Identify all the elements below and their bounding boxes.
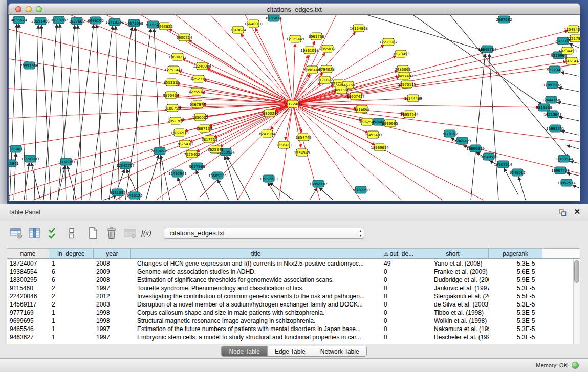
float-panel-icon[interactable] [559, 209, 567, 216]
graph-node[interactable]: 8969965 [382, 120, 398, 127]
graph-node[interactable]: 7485063 [395, 65, 410, 73]
graph-node[interactable]: 8135074 [266, 15, 282, 21]
table-row[interactable]: 977716911998Corpus callosum shape and si… [7, 309, 573, 317]
graph-node[interactable]: 13461473 [562, 57, 580, 64]
select-all-check-button[interactable] [46, 227, 60, 240]
column-header-short[interactable]: short [417, 249, 489, 258]
graph-node[interactable]: 7625418 [177, 140, 192, 147]
graph-node[interactable]: 10940525 [480, 153, 498, 160]
graph-node[interactable]: 1534545 [294, 149, 310, 156]
graph-node[interactable]: 10653287 [50, 16, 68, 24]
graph-node[interactable]: 4035574 [11, 16, 27, 24]
graph-node[interactable]: 1527602 [69, 17, 84, 25]
network-graph-svg[interactable]: 4035574206914061065328715276026466100107… [9, 15, 580, 201]
graph-node[interactable]: 10719138 [105, 18, 124, 26]
unselect-squares-button[interactable] [64, 227, 78, 240]
graph-node[interactable]: 11451941 [168, 170, 187, 177]
show-columns-button[interactable] [28, 227, 41, 240]
graph-node[interactable]: 16648784 [478, 46, 496, 53]
graph-node[interactable]: 18969654 [371, 144, 389, 151]
graph-node[interactable]: 18957564 [400, 111, 419, 118]
close-panel-icon[interactable]: ✕ [574, 207, 580, 216]
table-row[interactable]: 969969511998Structural magnetic resonanc… [7, 317, 573, 325]
column-header-pagerank[interactable]: pagerank [489, 249, 542, 258]
graph-node[interactable]: 15026918 [170, 129, 189, 136]
vertical-scrollbar[interactable] [573, 259, 580, 344]
graph-node[interactable]: 2051761 [167, 117, 183, 124]
table-row[interactable]: 946554611997Estimation of the future num… [7, 325, 573, 333]
graph-node[interactable]: 2687682 [496, 16, 512, 23]
graph-node[interactable]: 9450122 [126, 192, 142, 199]
delete-trash-button[interactable] [104, 227, 118, 240]
graph-node[interactable]: 8215958 [536, 104, 552, 111]
graph-node[interactable]: 16782750 [352, 186, 370, 193]
graph-node[interactable]: 1854745 [295, 134, 311, 141]
graph-node[interactable]: 12103514 [494, 161, 512, 168]
tab-network-table[interactable]: Network Table [313, 346, 366, 356]
column-header-name[interactable]: name [7, 249, 49, 258]
table-row[interactable]: 1938455462009Genome-wide association stu… [7, 268, 573, 276]
graph-node[interactable]: 10973493 [391, 50, 410, 57]
graph-node[interactable]: 8241984 [259, 130, 275, 137]
graph-node[interactable]: 20206576 [150, 147, 169, 155]
graph-node[interactable]: 6466100 [88, 17, 103, 24]
graph-node[interactable]: 10497493 [395, 72, 413, 79]
network-canvas[interactable]: 4035574206914061065328715276026466100107… [9, 15, 580, 201]
scrollbar-thumb[interactable] [574, 260, 579, 283]
graph-node[interactable]: 8533514 [163, 79, 180, 86]
table-row[interactable]: 1872400712008Changes of HCN gene express… [7, 259, 573, 268]
graph-node[interactable]: 7817713 [201, 136, 217, 143]
graph-node[interactable]: 3186758 [164, 104, 180, 112]
graph-node[interactable]: 8151095 [110, 189, 125, 196]
graph-node[interactable]: 3915941 [9, 160, 19, 167]
graph-node[interactable]: 7955812 [319, 45, 335, 52]
graph-node[interactable]: 1258411 [276, 141, 292, 148]
graph-node[interactable]: 11548408 [564, 26, 580, 33]
graph-node[interactable]: 9600214 [176, 34, 192, 41]
table-selector-dropdown[interactable]: citations_edges.txt ▴▾ [164, 228, 364, 239]
function-builder-button[interactable]: f(x) [141, 227, 153, 240]
graph-node[interactable]: 7625341 [207, 146, 223, 153]
graph-node[interactable]: 12342757 [116, 162, 135, 169]
graph-node[interactable]: 12213967 [379, 38, 398, 46]
memory-ok-indicator-icon[interactable] [572, 362, 579, 369]
table-row[interactable]: 2242004622012Investigating the contribut… [7, 292, 573, 300]
graph-node[interactable]: 11607427 [346, 93, 365, 100]
column-header-year[interactable]: year [94, 249, 131, 258]
graph-node[interactable]: 11544469 [404, 95, 422, 102]
graph-node[interactable]: 4275512 [188, 88, 204, 95]
graph-node[interactable]: 12751441 [164, 66, 183, 73]
table-row[interactable]: 1830029562008Estimation of significance … [7, 276, 573, 284]
table-options-button[interactable] [9, 227, 23, 240]
graph-node[interactable]: 3216067 [354, 105, 369, 113]
graph-node[interactable]: 17957253 [259, 175, 278, 182]
graph-node[interactable]: 20691406 [31, 17, 50, 25]
network-window-titlebar[interactable]: citations_edges.txt [8, 3, 580, 15]
graph-node[interactable]: 9890437 [163, 92, 179, 99]
graph-node[interactable]: 19861098 [300, 47, 319, 54]
column-header-out_de[interactable]: △out_de... [381, 249, 417, 258]
create-document-button[interactable] [86, 227, 100, 240]
tab-edge-table[interactable]: Edge Table [268, 346, 313, 356]
graph-node[interactable]: 3867139 [196, 125, 212, 132]
graph-node[interactable]: 1830022 [192, 114, 208, 121]
graph-node[interactable]: 1990448 [304, 66, 320, 73]
graph-node[interactable]: 6794028 [318, 65, 334, 73]
graph-node[interactable]: 9227343 [547, 66, 562, 73]
graph-node[interactable]: 2240674 [230, 26, 246, 33]
graph-node[interactable]: 11156883 [21, 155, 39, 162]
column-header-title[interactable]: title [131, 249, 381, 258]
graph-node[interactable]: 6497568 [333, 86, 349, 93]
tab-node-table[interactable]: Node Table [222, 346, 268, 356]
table-row[interactable]: 1456911722003Disruption of a novel membe… [7, 300, 573, 309]
graph-node[interactable]: 12116883 [57, 158, 75, 165]
column-header-in_degree[interactable]: in_degree [49, 249, 94, 258]
graph-node[interactable]: 16154808 [350, 25, 368, 32]
graph-node[interactable]: 9097588 [189, 163, 205, 170]
graph-node[interactable]: 16958107 [309, 180, 328, 187]
graph-node[interactable]: 16640910 [244, 20, 263, 27]
table-row[interactable]: 911546021997Tourette syndrome. Phenomeno… [7, 284, 573, 292]
graph-node[interactable]: 7679197 [442, 130, 458, 137]
graph-node[interactable]: 9367972 [189, 101, 205, 108]
graph-node[interactable]: 7525402 [184, 150, 200, 158]
